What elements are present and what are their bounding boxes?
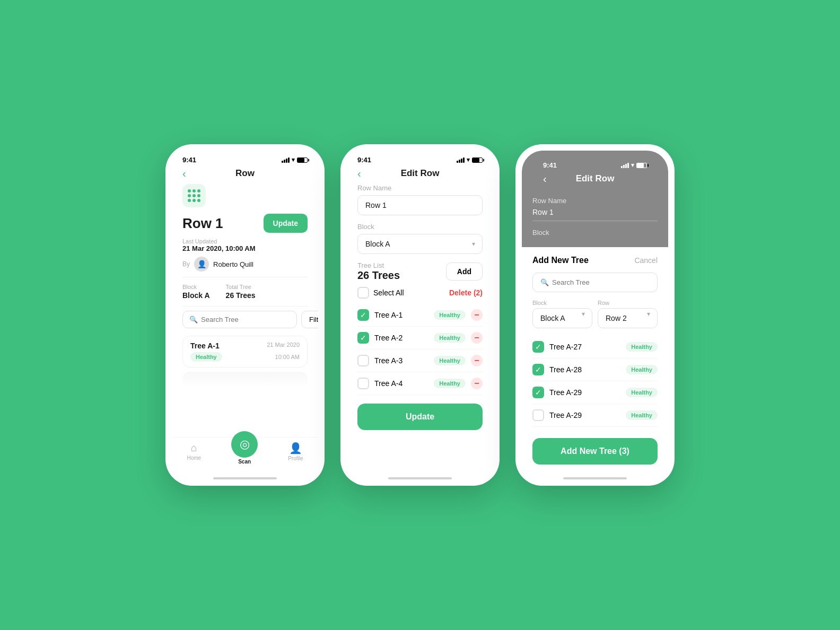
- block-row-selects: Block Block A ▾ Row Row 2 ▾: [532, 300, 658, 328]
- total-tree-label: Total Tree: [226, 284, 251, 290]
- row-select-label-3: Row: [598, 300, 658, 306]
- add-button-2[interactable]: Add: [446, 262, 483, 281]
- tree-item-bottom: Healthy 10:00 AM: [190, 352, 300, 362]
- select-all-row: Select All Delete (2): [357, 287, 483, 299]
- back-button-1[interactable]: ‹: [182, 168, 186, 180]
- remove-tree-1[interactable]: −: [471, 309, 483, 321]
- nav-header-3: ‹ Edit Row: [532, 171, 658, 189]
- add-new-tree-button[interactable]: Add New Tree (3): [532, 438, 658, 465]
- total-tree-stat: Total Tree 26 Trees: [226, 282, 256, 300]
- tree-list-item-1: Tree A-1 21 Mar 2020 Healthy 10:00 AM: [182, 336, 308, 368]
- checkbox-tree-2[interactable]: ✓: [357, 332, 369, 344]
- row-name-input-2[interactable]: [357, 195, 483, 215]
- cancel-button-3[interactable]: Cancel: [634, 256, 658, 265]
- phone-3: 9:41 ▾ ‹ Edit Row Row Name Row 1: [515, 144, 675, 486]
- nav-profile-label: Profile: [288, 456, 303, 461]
- block-select-wrap-3: Block Block A ▾: [532, 300, 592, 328]
- nav-header-1: ‹ Row: [172, 166, 318, 184]
- stats-row: Block Block A Total Tree 26 Trees: [182, 282, 308, 300]
- gray-fields: Row Name Row 1 Block: [522, 197, 668, 247]
- battery-icon-1: [297, 158, 308, 163]
- block-select-wrap-2: Block A ▾: [357, 234, 483, 254]
- last-updated-date: 21 Mar 2020, 10:00 AM: [182, 244, 308, 252]
- tree-name-1: Tree A-1: [190, 342, 220, 350]
- page-title-2: Edit Row: [401, 168, 440, 179]
- checkbox-tree-1[interactable]: ✓: [357, 309, 369, 321]
- checkbox-3-3[interactable]: ✓: [532, 387, 544, 398]
- phone-2-screen: 9:41 ▾ ‹ Edit Row Row Name Block: [347, 151, 493, 479]
- tree-list-meta: Tree List 26 Trees: [357, 261, 400, 282]
- select-all-checkbox[interactable]: [357, 287, 369, 299]
- tree-name-row-4: Tree A-4: [374, 379, 428, 388]
- page-title-3: Edit Row: [576, 173, 615, 184]
- chevron-down-icon-block-3: ▾: [582, 310, 585, 318]
- healthy-badge-row-4: Healthy: [434, 379, 466, 388]
- checkbox-tree-3[interactable]: [357, 355, 369, 366]
- tree-item-top: Tree A-1 21 Mar 2020: [190, 342, 300, 350]
- status-icons-1: ▾: [282, 156, 308, 163]
- update-button-2[interactable]: Update: [357, 404, 483, 430]
- wifi-icon-1: ▾: [292, 156, 295, 163]
- tree-count-2: 26 Trees: [357, 269, 400, 282]
- search-icon-3: 🔍: [540, 278, 549, 286]
- panel-title: Add New Tree: [532, 256, 589, 265]
- tree-row-3-2: ✓ Tree A-28 Healthy: [532, 358, 658, 381]
- home-icon: ⌂: [191, 442, 197, 454]
- by-label: By: [182, 260, 190, 268]
- tree-row-3-1: ✓ Tree A-27 Healthy: [532, 336, 658, 358]
- divider-1: [182, 277, 308, 277]
- grid-icon: [188, 189, 200, 202]
- nav-scan[interactable]: ◎ Scan: [231, 442, 258, 465]
- search-filter-row: 🔍 Filter: [182, 311, 308, 328]
- healthy-badge-3-4: Healthy: [626, 410, 658, 420]
- row-name-val-3: Row 1: [532, 208, 658, 221]
- tree-list-label-2: Tree List: [357, 261, 400, 269]
- status-time-3: 9:41: [543, 161, 557, 169]
- search-input-1[interactable]: [201, 316, 290, 323]
- tree-row-2: ✓ Tree A-2 Healthy −: [357, 327, 483, 349]
- search-box-1: 🔍: [182, 311, 297, 328]
- remove-tree-4[interactable]: −: [471, 378, 483, 389]
- tree-row-1: ✓ Tree A-1 Healthy −: [357, 304, 483, 327]
- nav-home-label: Home: [187, 455, 201, 461]
- battery-icon-3: [636, 163, 647, 168]
- avatar-1: 👤: [194, 257, 209, 272]
- profile-icon: 👤: [289, 442, 302, 454]
- healthy-badge-row-2: Healthy: [434, 333, 466, 343]
- wifi-icon-2: ▾: [467, 156, 470, 163]
- nav-home[interactable]: ⌂ Home: [187, 442, 201, 465]
- row-main-title: Row 1: [182, 215, 223, 232]
- update-button-1[interactable]: Update: [264, 214, 308, 233]
- block-select-2[interactable]: Block A: [357, 234, 483, 254]
- signal-icon-1: [282, 158, 290, 163]
- search-tree-box: 🔍: [532, 273, 658, 292]
- healthy-badge-3-1: Healthy: [626, 342, 658, 352]
- row-name-label-3: Row Name: [532, 197, 658, 205]
- signal-icon-2: [457, 158, 465, 163]
- filter-button[interactable]: Filter: [301, 311, 318, 328]
- remove-tree-2[interactable]: −: [471, 332, 483, 344]
- total-tree-value: 26 Trees: [226, 291, 256, 300]
- home-indicator-1: [213, 477, 277, 479]
- back-button-3[interactable]: ‹: [543, 173, 547, 185]
- signal-icon-3: [621, 163, 629, 168]
- back-button-2[interactable]: ‹: [357, 168, 361, 180]
- checkbox-3-4[interactable]: [532, 409, 544, 421]
- nav-profile[interactable]: 👤 Profile: [288, 442, 303, 465]
- select-all-label: Select All: [373, 288, 404, 297]
- block-value-1: Block A: [182, 291, 210, 300]
- status-time-2: 9:41: [357, 156, 371, 164]
- checkbox-3-1[interactable]: ✓: [532, 341, 544, 353]
- delete-label[interactable]: Delete (2): [449, 288, 483, 297]
- tree-row-4: Tree A-4 Healthy −: [357, 372, 483, 395]
- phone-2: 9:41 ▾ ‹ Edit Row Row Name Block: [340, 144, 500, 486]
- row-select-wrap-3: Row Row 2 ▾: [598, 300, 658, 328]
- checkbox-tree-4[interactable]: [357, 378, 369, 389]
- remove-tree-3[interactable]: −: [471, 355, 483, 366]
- status-icons-3: ▾: [621, 162, 647, 169]
- select-all-left: Select All: [357, 287, 404, 299]
- tree-name-row-3: Tree A-3: [374, 356, 428, 365]
- checkbox-3-2[interactable]: ✓: [532, 364, 544, 375]
- page-title-1: Row: [235, 168, 255, 179]
- search-tree-input[interactable]: [552, 278, 650, 286]
